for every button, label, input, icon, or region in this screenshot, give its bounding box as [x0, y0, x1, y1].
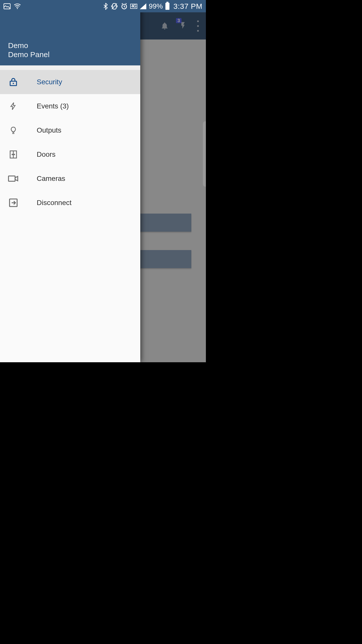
lock-icon	[8, 77, 19, 87]
svg-point-4	[14, 154, 15, 155]
nav-item-disconnect[interactable]: Disconnect	[0, 191, 140, 215]
status-clock: 3:37 PM	[173, 2, 202, 11]
svg-point-1	[13, 83, 14, 84]
nav-item-label: Security	[37, 78, 62, 86]
nav-item-label: Events (3)	[37, 102, 69, 110]
svg-rect-5	[9, 176, 15, 181]
drawer-list: Security Events (3) Outputs Doors	[0, 70, 140, 362]
nav-item-outputs[interactable]: Outputs	[0, 118, 140, 142]
panel-name: Demo Panel	[8, 50, 132, 59]
nav-item-events[interactable]: Events (3)	[0, 94, 140, 118]
nav-item-label: Disconnect	[37, 199, 72, 207]
alarm-icon	[121, 3, 128, 10]
cellular-signal-icon	[140, 3, 146, 9]
bolt-outline-icon	[8, 101, 19, 111]
network-type-label: 4G	[130, 4, 137, 9]
door-icon	[8, 149, 19, 160]
bluetooth-icon	[103, 3, 108, 10]
navigation-drawer: Demo Demo Panel Security Events (3)	[0, 0, 140, 362]
nav-item-label: Cameras	[37, 175, 65, 183]
bulb-icon	[8, 125, 19, 136]
exit-icon	[8, 198, 19, 208]
battery-percentage: 99%	[149, 2, 163, 10]
svg-point-8	[17, 8, 18, 9]
camera-icon	[8, 175, 19, 183]
nav-item-label: Doors	[37, 150, 56, 158]
nav-item-doors[interactable]: Doors	[0, 142, 140, 167]
wifi-icon	[14, 3, 21, 9]
nav-item-security[interactable]: Security	[0, 70, 140, 94]
battery-icon	[165, 3, 169, 10]
picture-icon	[4, 3, 11, 9]
nav-item-label: Outputs	[37, 126, 61, 134]
drawer-header: Demo Demo Panel	[0, 12, 140, 65]
account-name: Demo	[8, 41, 132, 50]
vibrate-silent-icon	[111, 3, 118, 10]
nav-item-cameras[interactable]: Cameras	[0, 167, 140, 191]
svg-point-3	[12, 154, 13, 155]
screen-root: 3 Demo Demo Panel	[0, 0, 206, 362]
android-status-bar: 4G 99% 3:37 PM	[0, 0, 206, 12]
